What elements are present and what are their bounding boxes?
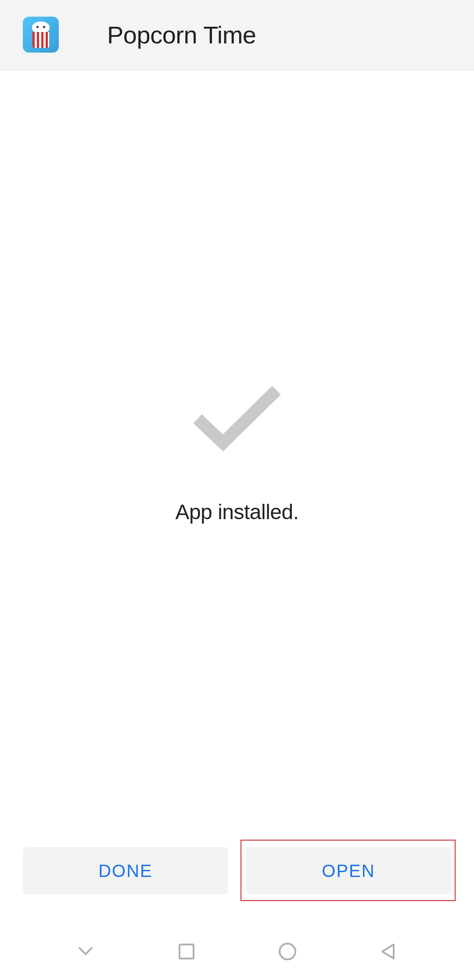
status-text: App installed. [175, 500, 298, 524]
square-icon[interactable] [176, 941, 198, 962]
checkmark-icon [189, 377, 285, 456]
installer-header: Popcorn Time [0, 0, 474, 70]
open-button[interactable]: OPEN [246, 847, 451, 894]
done-button[interactable]: DONE [23, 847, 228, 894]
chevron-down-icon[interactable] [75, 941, 97, 962]
installer-content: App installed. [0, 70, 474, 524]
action-button-row: DONE OPEN [0, 847, 474, 894]
popcorn-time-app-icon [23, 17, 59, 53]
svg-point-1 [280, 944, 295, 959]
circle-icon[interactable] [276, 941, 298, 962]
app-title: Popcorn Time [107, 21, 256, 49]
triangle-back-icon[interactable] [377, 941, 399, 962]
svg-rect-0 [180, 944, 194, 959]
checkmark-container [189, 377, 285, 456]
system-navigation-bar [0, 923, 474, 980]
